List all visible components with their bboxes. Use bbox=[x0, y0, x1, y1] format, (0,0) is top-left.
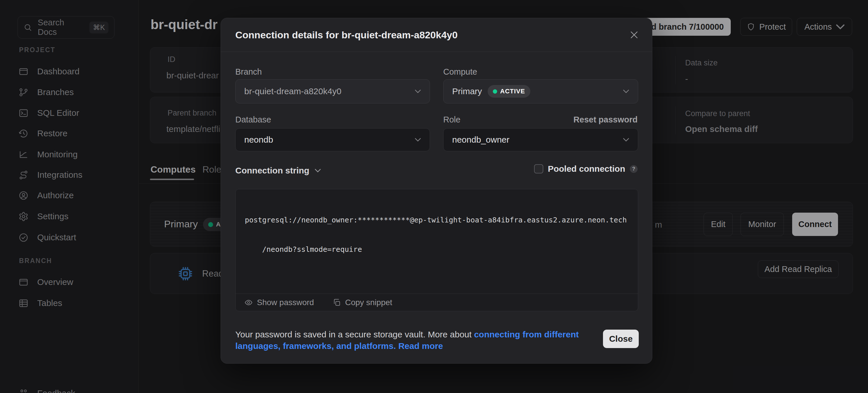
connection-details-modal: Connection details for br-quiet-dream-a8… bbox=[221, 18, 652, 364]
password-vault-note: Your password is saved in a secure stora… bbox=[235, 329, 581, 352]
compute-select-value: Primary bbox=[452, 87, 482, 96]
role-select[interactable]: neondb_owner bbox=[443, 128, 638, 151]
pooled-connection-checkbox[interactable] bbox=[534, 164, 543, 173]
chevron-down-icon bbox=[315, 169, 321, 172]
connection-string-value[interactable]: postgresql://neondb_owner:************@e… bbox=[245, 196, 632, 274]
connection-string-toggle[interactable]: Connection string bbox=[235, 166, 321, 175]
read-more-link[interactable]: Read more bbox=[398, 341, 443, 351]
reset-password-link[interactable]: Reset password bbox=[574, 115, 638, 125]
active-dot-icon bbox=[493, 89, 497, 94]
connection-string-line2: /neondb?sslmode=require bbox=[245, 244, 632, 254]
branch-select-value: br-quiet-dream-a820k4y0 bbox=[244, 87, 341, 96]
branch-label: Branch bbox=[235, 67, 262, 77]
help-icon[interactable]: ? bbox=[630, 165, 638, 173]
chevron-down-icon bbox=[415, 89, 421, 93]
code-footer-bar: Show password Copy snippet bbox=[236, 294, 638, 311]
compute-status-label: ACTIVE bbox=[500, 88, 525, 95]
modal-header-divider bbox=[221, 52, 652, 52]
chevron-down-icon bbox=[415, 138, 421, 142]
copy-icon bbox=[333, 298, 341, 307]
database-select[interactable]: neondb bbox=[235, 128, 430, 151]
copy-snippet-button[interactable]: Copy snippet bbox=[333, 298, 392, 307]
database-label: Database bbox=[235, 115, 271, 125]
close-button[interactable]: Close bbox=[603, 330, 639, 348]
compute-status-badge: ACTIVE bbox=[488, 85, 530, 98]
eye-icon bbox=[244, 298, 253, 307]
modal-title: Connection details for br-quiet-dream-a8… bbox=[235, 18, 458, 52]
show-password-label: Show password bbox=[257, 298, 314, 307]
role-label: Role bbox=[443, 115, 461, 125]
connection-string-label: Connection string bbox=[235, 166, 309, 175]
branch-select[interactable]: br-quiet-dream-a820k4y0 bbox=[235, 79, 430, 103]
connection-string-block: postgresql://neondb_owner:************@e… bbox=[235, 189, 638, 311]
chevron-down-icon bbox=[623, 89, 629, 93]
copy-snippet-label: Copy snippet bbox=[345, 298, 392, 307]
role-select-value: neondb_owner bbox=[452, 135, 509, 144]
vault-note-text: Your password is saved in a secure stora… bbox=[235, 330, 474, 339]
pooled-connection-group: Pooled connection ? bbox=[534, 164, 638, 174]
show-password-button[interactable]: Show password bbox=[244, 298, 314, 307]
pooled-connection-label: Pooled connection bbox=[548, 164, 625, 174]
database-select-value: neondb bbox=[244, 135, 273, 144]
connection-string-line1: postgresql://neondb_owner:************@e… bbox=[245, 215, 632, 225]
compute-label: Compute bbox=[443, 67, 477, 77]
chevron-down-icon bbox=[623, 138, 629, 142]
close-icon[interactable] bbox=[629, 30, 639, 40]
compute-select[interactable]: Primary ACTIVE bbox=[443, 79, 638, 103]
